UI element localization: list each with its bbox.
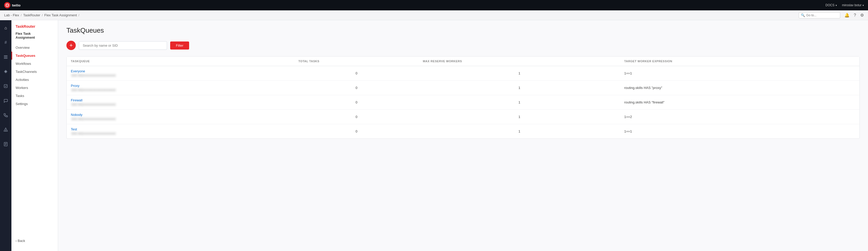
breadcrumb-sep1: /: [21, 13, 22, 17]
queue-name-link-4[interactable]: Test: [71, 127, 290, 131]
breadcrumb-sep2: /: [42, 13, 43, 17]
col-header-total-tasks: TOTAL TASKS: [294, 57, 419, 66]
queue-sid-1: SID: WQ••••••••••••••••••••••••••••••••: [71, 88, 116, 92]
chevron-down-icon: ▾: [836, 4, 837, 7]
twilio-logo-icon: [4, 2, 10, 8]
sidebar-item-taskqueues[interactable]: TaskQueues: [11, 52, 58, 60]
svg-rect-7: [4, 58, 7, 59]
table-row: Everyone SID: WQ••••••••••••••••••••••••…: [67, 66, 860, 81]
svg-rect-5: [4, 56, 7, 56]
help-icon[interactable]: ?: [854, 13, 856, 18]
add-taskqueue-button[interactable]: +: [66, 41, 76, 50]
cell-target-expr-0: 1==1: [620, 66, 860, 81]
col-header-target-expr: TARGET WORKER EXPRESSION: [620, 57, 860, 66]
table-row: Firewall SID: WQ••••••••••••••••••••••••…: [67, 95, 860, 110]
queue-sid-2: SID: WQ••••••••••••••••••••••••••••••••: [71, 103, 116, 106]
cell-total-tasks-2: 0: [294, 95, 419, 110]
sidebar-item-alert[interactable]: [1, 125, 10, 134]
main-content: TaskQueues + Filter TASKQUEUE TOTAL TASK…: [58, 20, 868, 251]
cell-target-expr-2: routing.skills HAS "firewall": [620, 95, 860, 110]
cell-queue-name-2: Firewall SID: WQ••••••••••••••••••••••••…: [67, 95, 294, 110]
queue-sid-3: SID: WQ••••••••••••••••••••••••••••••••: [71, 117, 116, 121]
cell-target-expr-3: 1==2: [620, 110, 860, 124]
cell-max-reserve-0: 1: [419, 66, 620, 81]
topbar: twilio DOCS ▾ miroslav botur ▾: [0, 0, 868, 10]
taskqueues-table: TASKQUEUE TOTAL TASKS MAX RESERVE WORKER…: [67, 57, 860, 138]
app-layout: ⌂ # TaskRouter Flex Task Assignment: [0, 20, 868, 251]
breadcrumb: Lab - Flex / TaskRouter / Flex Task Assi…: [4, 13, 80, 17]
cell-max-reserve-2: 1: [419, 95, 620, 110]
sidebar-item-settings[interactable]: Settings: [11, 100, 58, 108]
table-row: Proxy SID: WQ•••••••••••••••••••••••••••…: [67, 81, 860, 95]
goto-search-input[interactable]: [799, 12, 840, 19]
docs-label: DOCS: [826, 3, 835, 7]
svg-point-3: [6, 5, 7, 6]
cell-max-reserve-4: 1: [419, 124, 620, 139]
sidebar-item-home[interactable]: ⌂: [1, 23, 10, 33]
notifications-icon[interactable]: 🔔: [844, 13, 849, 18]
sidebar-item-cross[interactable]: [1, 67, 10, 76]
left-nav-title: TaskRouter: [11, 24, 58, 32]
page-title: TaskQueues: [66, 27, 860, 34]
sidebar-item-activities[interactable]: Activities: [11, 76, 58, 84]
search-icon: 🔍: [801, 13, 805, 17]
taskqueues-table-container: TASKQUEUE TOTAL TASKS MAX RESERVE WORKER…: [66, 56, 860, 139]
sidebar-item-notes[interactable]: [1, 139, 10, 149]
cell-total-tasks-1: 0: [294, 81, 419, 95]
col-header-taskqueue: TASKQUEUE: [67, 57, 294, 66]
table-header-row: TASKQUEUE TOTAL TASKS MAX RESERVE WORKER…: [67, 57, 860, 66]
breadcrumb-workspace[interactable]: Lab - Flex: [4, 13, 19, 17]
queue-name-link-0[interactable]: Everyone: [71, 69, 290, 73]
goto-search-wrapper: 🔍: [799, 12, 840, 19]
svg-point-1: [6, 4, 7, 5]
back-button[interactable]: ‹ Back: [11, 235, 58, 247]
breadcrumb-bar: Lab - Flex / TaskRouter / Flex Task Assi…: [0, 10, 868, 20]
breadcrumb-sep3: /: [79, 13, 80, 17]
cell-queue-name-4: Test SID: WQ••••••••••••••••••••••••••••…: [67, 124, 294, 139]
search-input[interactable]: [79, 41, 167, 50]
twilio-logo: twilio: [4, 2, 21, 8]
queue-name-link-3[interactable]: Nobody: [71, 113, 290, 117]
sidebar-item-taskchannels[interactable]: TaskChannels: [11, 68, 58, 76]
sidebar-item-tasks[interactable]: [1, 82, 10, 91]
topbar-left: twilio: [4, 2, 21, 8]
sidebar-item-queues[interactable]: [1, 52, 10, 62]
toolbar: + Filter: [66, 41, 860, 50]
sidebar-item-workers[interactable]: Workers: [11, 84, 58, 92]
sidebar-item-chat[interactable]: [1, 96, 10, 105]
user-menu[interactable]: miroslav botur ▾: [842, 3, 864, 7]
table-row: Test SID: WQ••••••••••••••••••••••••••••…: [67, 124, 860, 139]
cell-max-reserve-1: 1: [419, 81, 620, 95]
sidebar-item-phone[interactable]: [1, 111, 10, 120]
queue-name-link-2[interactable]: Firewall: [71, 98, 290, 102]
queue-sid-4: SID: WQ••••••••••••••••••••••••••••••••: [71, 132, 116, 135]
svg-point-14: [5, 130, 6, 131]
docs-link[interactable]: DOCS ▾: [826, 3, 837, 7]
chevron-down-icon: ▾: [863, 4, 864, 7]
breadcrumb-actions: 🔍 🔔 ? ⚙: [799, 12, 864, 19]
cell-queue-name-1: Proxy SID: WQ•••••••••••••••••••••••••••…: [67, 81, 294, 95]
filter-button[interactable]: Filter: [170, 41, 189, 50]
icon-sidebar: ⌂ #: [0, 20, 11, 251]
svg-point-4: [7, 5, 8, 6]
table-row: Nobody SID: WQ••••••••••••••••••••••••••…: [67, 110, 860, 124]
svg-point-0: [6, 4, 9, 7]
left-nav: TaskRouter Flex Task Assignment Overview…: [11, 20, 58, 251]
sidebar-item-workflows[interactable]: Workflows: [11, 60, 58, 68]
cell-total-tasks-3: 0: [294, 110, 419, 124]
settings-icon[interactable]: ⚙: [860, 13, 864, 18]
queue-sid-0: SID: WQ••••••••••••••••••••••••••••••••: [71, 74, 116, 77]
breadcrumb-section[interactable]: TaskRouter: [23, 13, 40, 17]
topbar-right: DOCS ▾ miroslav botur ▾: [826, 3, 864, 7]
cell-max-reserve-3: 1: [419, 110, 620, 124]
cell-queue-name-3: Nobody SID: WQ••••••••••••••••••••••••••…: [67, 110, 294, 124]
sidebar-item-overview[interactable]: Overview: [11, 43, 58, 52]
twilio-wordmark: twilio: [12, 3, 21, 7]
queue-name-link-1[interactable]: Proxy: [71, 84, 290, 88]
left-nav-subtitle: Flex Task Assignment: [11, 32, 58, 43]
sidebar-item-hash[interactable]: #: [1, 38, 10, 47]
sidebar-item-tasks[interactable]: Tasks: [11, 92, 58, 100]
cell-total-tasks-0: 0: [294, 66, 419, 81]
cell-target-expr-4: 1==1: [620, 124, 860, 139]
breadcrumb-page[interactable]: Flex Task Assignment: [44, 13, 77, 17]
